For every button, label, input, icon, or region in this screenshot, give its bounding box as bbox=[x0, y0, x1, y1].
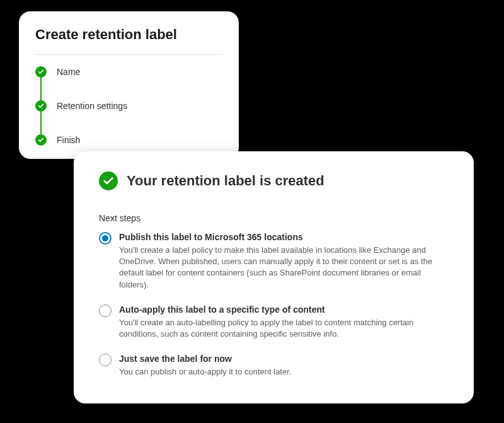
check-icon bbox=[35, 134, 47, 146]
option-desc: You'll create a label policy to make thi… bbox=[119, 245, 449, 291]
check-icon bbox=[35, 66, 47, 78]
wizard-step[interactable]: Retention settings bbox=[35, 100, 222, 134]
check-icon bbox=[99, 171, 118, 190]
option-title: Auto-apply this label to a specific type… bbox=[119, 304, 449, 315]
option-content: Auto-apply this label to a specific type… bbox=[119, 304, 449, 340]
option-desc: You'll create an auto-labelling policy t… bbox=[119, 317, 449, 340]
wizard-step-label: Name bbox=[57, 67, 80, 77]
wizard-step-label: Finish bbox=[57, 135, 80, 145]
wizard-step-list: Name Retention settings Finish bbox=[35, 66, 222, 146]
radio-empty-icon[interactable] bbox=[99, 354, 112, 366]
radio-selected-icon[interactable] bbox=[99, 232, 112, 245]
option-autoapply[interactable]: Auto-apply this label to a specific type… bbox=[99, 304, 449, 340]
option-content: Publish this label to Microsoft 365 loca… bbox=[119, 232, 449, 291]
option-save[interactable]: Just save the label for now You can publ… bbox=[99, 354, 449, 378]
wizard-card: Create retention label Name Retention se… bbox=[19, 11, 239, 159]
option-title: Publish this label to Microsoft 365 loca… bbox=[119, 232, 449, 242]
section-label: Next steps bbox=[99, 213, 449, 223]
option-desc: You can publish or auto-apply it to cont… bbox=[119, 366, 449, 378]
option-publish[interactable]: Publish this label to Microsoft 365 loca… bbox=[99, 232, 449, 291]
wizard-title: Create retention label bbox=[35, 26, 222, 43]
wizard-step[interactable]: Finish bbox=[35, 134, 222, 146]
success-header: Your retention label is created bbox=[99, 171, 449, 190]
option-content: Just save the label for now You can publ… bbox=[119, 354, 449, 378]
wizard-step[interactable]: Name bbox=[35, 66, 222, 100]
success-title: Your retention label is created bbox=[127, 173, 324, 189]
result-card: Your retention label is created Next ste… bbox=[74, 151, 474, 403]
divider bbox=[35, 54, 222, 55]
check-icon bbox=[35, 100, 47, 112]
option-title: Just save the label for now bbox=[119, 354, 449, 364]
wizard-step-label: Retention settings bbox=[57, 101, 127, 111]
radio-empty-icon[interactable] bbox=[99, 304, 112, 317]
